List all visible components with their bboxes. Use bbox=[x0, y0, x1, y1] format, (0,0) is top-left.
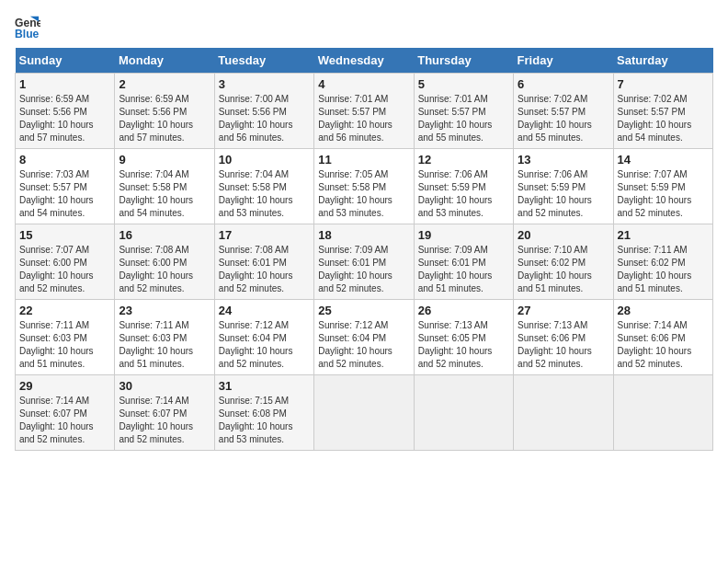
day-info: Sunrise: 7:11 AM Sunset: 6:03 PM Dayligh… bbox=[119, 319, 210, 371]
day-number: 25 bbox=[318, 304, 409, 317]
calendar-cell: 2Sunrise: 6:59 AM Sunset: 5:56 PM Daylig… bbox=[115, 74, 214, 149]
day-info: Sunrise: 6:59 AM Sunset: 5:56 PM Dayligh… bbox=[19, 93, 110, 144]
day-number: 1 bbox=[19, 77, 110, 91]
day-info: Sunrise: 7:05 AM Sunset: 5:58 PM Dayligh… bbox=[318, 168, 409, 220]
day-number: 30 bbox=[119, 379, 210, 393]
day-number: 11 bbox=[318, 153, 409, 167]
calendar-cell: 24Sunrise: 7:12 AM Sunset: 6:04 PM Dayli… bbox=[214, 300, 313, 375]
col-header-sunday: Sunday bbox=[16, 48, 115, 74]
calendar-cell: 4Sunrise: 7:01 AM Sunset: 5:57 PM Daylig… bbox=[314, 74, 414, 149]
day-number: 2 bbox=[119, 77, 210, 91]
calendar-cell: 16Sunrise: 7:08 AM Sunset: 6:00 PM Dayli… bbox=[115, 224, 214, 300]
day-info: Sunrise: 7:11 AM Sunset: 6:03 PM Dayligh… bbox=[19, 319, 110, 371]
calendar-cell: 31Sunrise: 7:15 AM Sunset: 6:08 PM Dayli… bbox=[214, 375, 313, 451]
day-info: Sunrise: 7:02 AM Sunset: 5:57 PM Dayligh… bbox=[518, 93, 609, 144]
calendar-week-3: 15Sunrise: 7:07 AM Sunset: 6:00 PM Dayli… bbox=[16, 224, 713, 300]
day-number: 23 bbox=[119, 304, 210, 317]
calendar-cell: 6Sunrise: 7:02 AM Sunset: 5:57 PM Daylig… bbox=[514, 74, 613, 149]
calendar-cell: 8Sunrise: 7:03 AM Sunset: 5:57 PM Daylig… bbox=[16, 149, 115, 224]
day-info: Sunrise: 7:03 AM Sunset: 5:57 PM Dayligh… bbox=[19, 168, 110, 220]
calendar-cell: 25Sunrise: 7:12 AM Sunset: 6:04 PM Dayli… bbox=[314, 300, 414, 375]
day-number: 4 bbox=[318, 77, 409, 91]
day-number: 22 bbox=[19, 304, 110, 317]
day-info: Sunrise: 7:07 AM Sunset: 6:00 PM Dayligh… bbox=[19, 244, 110, 295]
day-info: Sunrise: 7:08 AM Sunset: 6:01 PM Dayligh… bbox=[219, 244, 310, 295]
col-header-thursday: Thursday bbox=[414, 48, 513, 74]
day-number: 24 bbox=[219, 304, 310, 317]
day-info: Sunrise: 7:11 AM Sunset: 6:02 PM Dayligh… bbox=[618, 244, 709, 295]
calendar-cell: 30Sunrise: 7:14 AM Sunset: 6:07 PM Dayli… bbox=[115, 375, 214, 451]
day-info: Sunrise: 7:01 AM Sunset: 5:57 PM Dayligh… bbox=[318, 93, 409, 144]
calendar-cell: 15Sunrise: 7:07 AM Sunset: 6:00 PM Dayli… bbox=[16, 224, 115, 300]
calendar-cell: 14Sunrise: 7:07 AM Sunset: 5:59 PM Dayli… bbox=[613, 149, 712, 224]
day-number: 5 bbox=[418, 77, 509, 91]
calendar-cell: 20Sunrise: 7:10 AM Sunset: 6:02 PM Dayli… bbox=[514, 224, 613, 300]
calendar-cell bbox=[514, 375, 613, 451]
day-number: 3 bbox=[219, 77, 310, 91]
calendar-cell: 13Sunrise: 7:06 AM Sunset: 5:59 PM Dayli… bbox=[514, 149, 613, 224]
col-header-monday: Monday bbox=[115, 48, 214, 74]
calendar-cell: 11Sunrise: 7:05 AM Sunset: 5:58 PM Dayli… bbox=[314, 149, 414, 224]
svg-text:Blue: Blue bbox=[15, 28, 40, 40]
calendar-cell: 1Sunrise: 6:59 AM Sunset: 5:56 PM Daylig… bbox=[16, 74, 115, 149]
day-info: Sunrise: 7:14 AM Sunset: 6:07 PM Dayligh… bbox=[119, 395, 210, 446]
calendar-table: SundayMondayTuesdayWednesdayThursdayFrid… bbox=[15, 48, 713, 451]
calendar-cell bbox=[314, 375, 414, 451]
calendar-cell: 27Sunrise: 7:13 AM Sunset: 6:06 PM Dayli… bbox=[514, 300, 613, 375]
day-info: Sunrise: 7:09 AM Sunset: 6:01 PM Dayligh… bbox=[418, 244, 509, 295]
day-number: 29 bbox=[19, 379, 110, 393]
calendar-cell: 10Sunrise: 7:04 AM Sunset: 5:58 PM Dayli… bbox=[214, 149, 313, 224]
calendar-cell: 29Sunrise: 7:14 AM Sunset: 6:07 PM Dayli… bbox=[16, 375, 115, 451]
logo: General Blue bbox=[15, 15, 40, 40]
day-number: 12 bbox=[418, 153, 509, 167]
day-info: Sunrise: 7:06 AM Sunset: 5:59 PM Dayligh… bbox=[518, 168, 609, 220]
calendar-week-5: 29Sunrise: 7:14 AM Sunset: 6:07 PM Dayli… bbox=[16, 375, 713, 451]
day-info: Sunrise: 7:06 AM Sunset: 5:59 PM Dayligh… bbox=[418, 168, 509, 220]
day-info: Sunrise: 7:15 AM Sunset: 6:08 PM Dayligh… bbox=[219, 395, 310, 446]
day-number: 10 bbox=[219, 153, 310, 167]
day-info: Sunrise: 7:14 AM Sunset: 6:06 PM Dayligh… bbox=[618, 319, 709, 371]
day-number: 9 bbox=[119, 153, 210, 167]
calendar-cell: 5Sunrise: 7:01 AM Sunset: 5:57 PM Daylig… bbox=[414, 74, 513, 149]
day-info: Sunrise: 7:07 AM Sunset: 5:59 PM Dayligh… bbox=[618, 168, 709, 220]
calendar-cell: 3Sunrise: 7:00 AM Sunset: 5:56 PM Daylig… bbox=[214, 74, 313, 149]
calendar-cell: 28Sunrise: 7:14 AM Sunset: 6:06 PM Dayli… bbox=[613, 300, 712, 375]
day-info: Sunrise: 7:14 AM Sunset: 6:07 PM Dayligh… bbox=[19, 395, 110, 446]
col-header-tuesday: Tuesday bbox=[214, 48, 313, 74]
calendar-cell: 18Sunrise: 7:09 AM Sunset: 6:01 PM Dayli… bbox=[314, 224, 414, 300]
day-info: Sunrise: 7:13 AM Sunset: 6:05 PM Dayligh… bbox=[418, 319, 509, 371]
day-number: 13 bbox=[518, 153, 609, 167]
day-number: 16 bbox=[119, 228, 210, 242]
day-number: 19 bbox=[418, 228, 509, 242]
day-number: 18 bbox=[318, 228, 409, 242]
calendar-week-2: 8Sunrise: 7:03 AM Sunset: 5:57 PM Daylig… bbox=[16, 149, 713, 224]
day-info: Sunrise: 7:04 AM Sunset: 5:58 PM Dayligh… bbox=[219, 168, 310, 220]
col-header-saturday: Saturday bbox=[613, 48, 712, 74]
calendar-cell: 23Sunrise: 7:11 AM Sunset: 6:03 PM Dayli… bbox=[115, 300, 214, 375]
day-info: Sunrise: 7:13 AM Sunset: 6:06 PM Dayligh… bbox=[518, 319, 609, 371]
day-info: Sunrise: 7:02 AM Sunset: 5:57 PM Dayligh… bbox=[618, 93, 709, 144]
calendar-week-4: 22Sunrise: 7:11 AM Sunset: 6:03 PM Dayli… bbox=[16, 300, 713, 375]
calendar-cell: 19Sunrise: 7:09 AM Sunset: 6:01 PM Dayli… bbox=[414, 224, 513, 300]
day-info: Sunrise: 7:08 AM Sunset: 6:00 PM Dayligh… bbox=[119, 244, 210, 295]
day-info: Sunrise: 6:59 AM Sunset: 5:56 PM Dayligh… bbox=[119, 93, 210, 144]
calendar-cell: 21Sunrise: 7:11 AM Sunset: 6:02 PM Dayli… bbox=[613, 224, 712, 300]
calendar-week-1: 1Sunrise: 6:59 AM Sunset: 5:56 PM Daylig… bbox=[16, 74, 713, 149]
day-info: Sunrise: 7:09 AM Sunset: 6:01 PM Dayligh… bbox=[318, 244, 409, 295]
day-info: Sunrise: 7:12 AM Sunset: 6:04 PM Dayligh… bbox=[219, 319, 310, 371]
day-number: 27 bbox=[518, 304, 609, 317]
calendar-cell: 17Sunrise: 7:08 AM Sunset: 6:01 PM Dayli… bbox=[214, 224, 313, 300]
calendar-cell: 12Sunrise: 7:06 AM Sunset: 5:59 PM Dayli… bbox=[414, 149, 513, 224]
calendar-cell bbox=[613, 375, 712, 451]
day-number: 7 bbox=[618, 77, 709, 91]
day-number: 31 bbox=[219, 379, 310, 393]
day-info: Sunrise: 7:04 AM Sunset: 5:58 PM Dayligh… bbox=[119, 168, 210, 220]
day-number: 8 bbox=[19, 153, 110, 167]
day-number: 28 bbox=[618, 304, 709, 317]
calendar-cell: 26Sunrise: 7:13 AM Sunset: 6:05 PM Dayli… bbox=[414, 300, 513, 375]
day-number: 6 bbox=[518, 77, 609, 91]
col-header-wednesday: Wednesday bbox=[314, 48, 414, 74]
day-info: Sunrise: 7:00 AM Sunset: 5:56 PM Dayligh… bbox=[219, 93, 310, 144]
calendar-cell: 9Sunrise: 7:04 AM Sunset: 5:58 PM Daylig… bbox=[115, 149, 214, 224]
calendar-cell: 22Sunrise: 7:11 AM Sunset: 6:03 PM Dayli… bbox=[16, 300, 115, 375]
